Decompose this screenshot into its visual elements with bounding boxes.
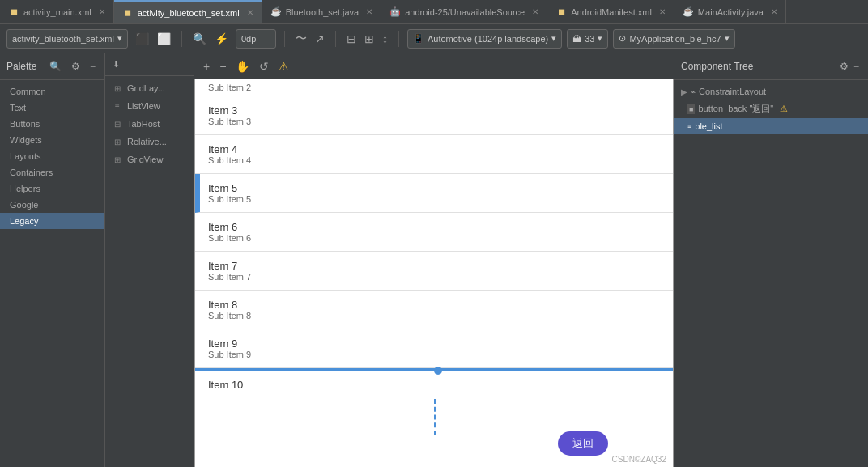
list-item-title: Item 4 bbox=[208, 143, 660, 155]
list-items-container: Item 3 Sub Item 3 Item 4 Sub Item 4 Item… bbox=[195, 96, 673, 368]
chevron-down-icon: ▾ bbox=[725, 33, 730, 44]
zoom-out-btn[interactable]: − bbox=[217, 57, 228, 75]
component-item-tabhost[interactable]: ⊟ TabHost bbox=[105, 115, 194, 133]
xml-icon: ◼ bbox=[122, 7, 134, 19]
dp-input[interactable] bbox=[236, 29, 276, 49]
component-label: GridLay... bbox=[127, 83, 165, 93]
tab-close-btn[interactable]: ✕ bbox=[532, 7, 538, 16]
api-dropdown[interactable]: 🏔 33 ▾ bbox=[567, 29, 608, 49]
component-download-btn[interactable]: ⬇ bbox=[110, 57, 122, 72]
tab-android-manifest[interactable]: ◼ AndroidManifest.xml ✕ bbox=[547, 0, 674, 23]
palette-item-common[interactable]: Common bbox=[0, 83, 104, 100]
xml-icon: ◼ bbox=[555, 6, 567, 18]
tree-node-ble-list[interactable]: ≡ ble_list bbox=[674, 118, 868, 134]
warning-icon: ⚠ bbox=[780, 104, 788, 114]
zoom-in-btn[interactable]: + bbox=[201, 57, 212, 75]
list-item-partial-bottom: Item 10 bbox=[195, 368, 673, 399]
palette-item-buttons[interactable]: Buttons bbox=[0, 116, 104, 132]
palette-title: Palette bbox=[6, 61, 42, 72]
component-item-gridview[interactable]: ⊞ GridView bbox=[105, 151, 194, 168]
tab-close-btn[interactable]: ✕ bbox=[659, 7, 666, 16]
tab-bluetooth-set[interactable]: ☕ Bluetooth_set.java ✕ bbox=[262, 0, 382, 23]
separator-4 bbox=[398, 31, 399, 47]
device-dropdown[interactable]: 📱 Automotive (1024p landscape) ▾ bbox=[407, 29, 562, 49]
pan-btn[interactable]: ✋ bbox=[233, 57, 252, 75]
blueprint-mode-btn[interactable]: ⬜ bbox=[155, 30, 173, 48]
api-label: 33 bbox=[585, 34, 594, 44]
magnet-btn[interactable]: ⚡ bbox=[212, 30, 231, 48]
tab-close-btn[interactable]: ✕ bbox=[366, 7, 372, 16]
list-icon: ≡ bbox=[112, 100, 123, 112]
canvas-content[interactable]: Sub Item 2 Item 3 Sub Item 3 Item 4 Sub … bbox=[194, 79, 674, 467]
tab-activity-bluetooth[interactable]: ◼ activity_bluetooth_set.xml ✕ bbox=[114, 0, 262, 23]
palette-item-text[interactable]: Text bbox=[0, 100, 104, 116]
toolbar-left: activity_bluetooth_set.xml ▾ bbox=[6, 29, 128, 49]
canvas-area: + − ✋ ↺ ⚠ Sub Item 2 Item 3 Sub Item 3 I… bbox=[194, 53, 674, 467]
tab-android-source[interactable]: 🤖 android-25/UnavailableSource ✕ bbox=[381, 0, 547, 23]
partial-item-title: Item 10 bbox=[208, 379, 660, 391]
button-icon: ■ bbox=[687, 104, 695, 114]
component-item-gridlayout[interactable]: ⊞ GridLay... bbox=[105, 79, 194, 97]
tab-close-btn[interactable]: ✕ bbox=[247, 8, 253, 17]
phone-screen: Sub Item 2 Item 3 Sub Item 3 Item 4 Sub … bbox=[194, 79, 674, 467]
return-button[interactable]: 返回 bbox=[558, 431, 608, 456]
tree-header: Component Tree ⚙ − bbox=[674, 53, 868, 80]
list-item-row: Item 4 Sub Item 4 bbox=[195, 135, 673, 174]
tree-title: Component Tree bbox=[681, 61, 837, 72]
palette-collapse-btn[interactable]: − bbox=[87, 58, 98, 74]
separator-3 bbox=[335, 31, 336, 47]
design-mode-btn[interactable]: ⬛ bbox=[133, 30, 151, 48]
device-icon: 📱 bbox=[413, 33, 424, 44]
list-item-sub: Sub Item 9 bbox=[208, 350, 660, 359]
refresh-btn[interactable]: ↺ bbox=[257, 57, 271, 75]
tab-main-activity[interactable]: ☕ MainActivity.java ✕ bbox=[674, 0, 786, 23]
tree-settings-btn[interactable]: ⚙ bbox=[837, 58, 851, 74]
palette-item-google[interactable]: Google bbox=[0, 197, 104, 213]
transition-btn[interactable]: 〜 bbox=[293, 29, 309, 49]
palette-item-layouts[interactable]: Layouts bbox=[0, 148, 104, 164]
tree-node-label: ConstraintLayout bbox=[699, 87, 766, 96]
app-dropdown[interactable]: ⊙ MyApplication_ble_hc7 ▾ bbox=[613, 29, 734, 49]
expand-icon: ▶ bbox=[681, 87, 687, 96]
tab-label: activity_bluetooth_set.xml bbox=[138, 8, 240, 18]
palette-search-btn[interactable]: 🔍 bbox=[47, 58, 64, 74]
tab-bar: ◼ activity_main.xml ✕ ◼ activity_bluetoo… bbox=[0, 0, 868, 24]
warning-btn[interactable]: ⚠ bbox=[276, 57, 291, 75]
tab-close-btn[interactable]: ✕ bbox=[771, 7, 777, 16]
xml-icon: ◼ bbox=[8, 6, 19, 18]
list-item-title: Item 7 bbox=[208, 260, 660, 272]
align-left-btn[interactable]: ⊟ bbox=[344, 30, 359, 48]
app-icon: ⊙ bbox=[619, 33, 626, 44]
zoom-btn[interactable]: 🔍 bbox=[190, 30, 209, 48]
component-label: GridView bbox=[127, 155, 163, 164]
file-dropdown[interactable]: activity_bluetooth_set.xml ▾ bbox=[6, 29, 128, 49]
component-item-relativelayout[interactable]: ⊞ Relative... bbox=[105, 133, 194, 151]
tab-activity-main[interactable]: ◼ activity_main.xml ✕ bbox=[0, 0, 114, 23]
component-label: Relative... bbox=[127, 137, 167, 146]
align-distribute-btn[interactable]: ↕ bbox=[380, 30, 390, 48]
toolbar-animation-btns: 〜 ↗ bbox=[293, 29, 327, 49]
palette-item-helpers[interactable]: Helpers bbox=[0, 180, 104, 197]
toolbar-device: 📱 Automotive (1024p landscape) ▾ bbox=[407, 29, 562, 49]
arrow-btn[interactable]: ↗ bbox=[313, 30, 327, 48]
palette-item-containers[interactable]: Containers bbox=[0, 164, 104, 180]
palette-panel: Palette 🔍 ⚙ − Common Text Buttons Widget… bbox=[0, 53, 105, 467]
tab-close-btn[interactable]: ✕ bbox=[99, 7, 105, 16]
palette-item-widgets[interactable]: Widgets bbox=[0, 132, 104, 148]
tree-node-label: ble_list bbox=[695, 121, 722, 131]
palette-items: Common Text Buttons Widgets Layouts Cont… bbox=[0, 80, 104, 467]
tree-collapse-btn[interactable]: − bbox=[851, 58, 862, 74]
palette-settings-btn[interactable]: ⚙ bbox=[69, 58, 83, 74]
toolbar-design-btns: ⬛ ⬜ bbox=[133, 30, 173, 48]
tree-node-button-back[interactable]: ■ button_back "返回" ⚠ bbox=[674, 100, 868, 118]
align-center-btn[interactable]: ⊞ bbox=[362, 30, 377, 48]
chevron-down-icon: ▾ bbox=[598, 33, 602, 44]
component-item-listview[interactable]: ≡ ListView bbox=[105, 97, 194, 115]
list-item-title: Item 3 bbox=[208, 104, 660, 117]
list-item-partial-top: Sub Item 2 bbox=[195, 79, 673, 96]
palette-item-legacy[interactable]: Legacy bbox=[0, 213, 104, 229]
tree-node-constraint[interactable]: ▶ ⌁ ConstraintLayout bbox=[674, 83, 868, 100]
tree-content: ▶ ⌁ ConstraintLayout ■ button_back "返回" … bbox=[674, 80, 868, 467]
list-item-sub: Sub Item 7 bbox=[208, 272, 660, 282]
content-area: Palette 🔍 ⚙ − Common Text Buttons Widget… bbox=[0, 53, 868, 467]
